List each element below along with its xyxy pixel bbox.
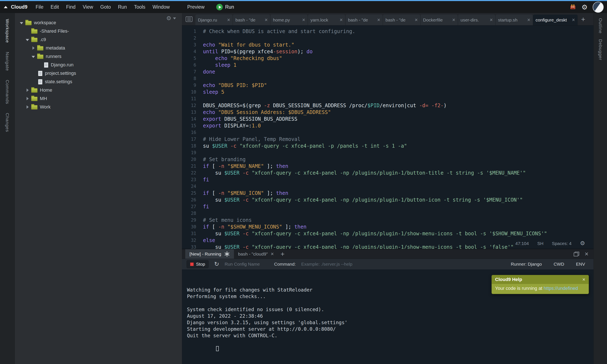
tree-item-shared-files[interactable]: -Shared Files-: [15, 27, 182, 35]
code-line[interactable]: 10sleep 5: [182, 89, 594, 95]
notification-close-icon[interactable]: ×: [582, 277, 585, 282]
spaces-setting[interactable]: Spaces: 4: [552, 241, 571, 246]
editor-settings-gear-icon[interactable]: ⚙: [580, 241, 585, 246]
code-editor[interactable]: 1# Check when DBUS is active and start c…: [182, 26, 594, 249]
arrow-down-icon[interactable]: [19, 19, 25, 27]
editor-tab-yarn-lock[interactable]: yarn.lock×: [308, 14, 345, 25]
code-line[interactable]: 3echo "Wait for dbus to start.": [182, 41, 594, 48]
arrow-right-icon[interactable]: [25, 103, 30, 111]
code-line[interactable]: 6 sleep 1: [182, 62, 594, 68]
rail-tab-navigate[interactable]: Navigate: [5, 52, 10, 71]
new-tab-button[interactable]: +: [581, 16, 585, 23]
rail-tab-workspace[interactable]: Workspace: [5, 19, 10, 43]
close-icon[interactable]: ×: [227, 17, 230, 23]
close-icon[interactable]: ×: [264, 17, 268, 23]
console-tab-bash-cloud9[interactable]: bash - "cloud9"×: [234, 249, 278, 259]
code-line[interactable]: 16: [182, 129, 594, 136]
editor-tab-configure-deskt[interactable]: configure_deskt×: [533, 14, 578, 25]
code-line[interactable]: 22 su $USER -c "xfconf-query -c xfce4-pa…: [182, 169, 594, 176]
code-line[interactable]: 23fi: [182, 176, 594, 183]
close-icon[interactable]: ×: [527, 17, 530, 23]
code-line[interactable]: 14export DBUS_SESSION_BUS_ADDRESS: [182, 116, 594, 122]
caret-up-icon[interactable]: [4, 6, 8, 8]
console-new-tab-button[interactable]: +: [280, 251, 285, 257]
code-line[interactable]: 18su $USER -c "xfconf-query -c xfce4-pan…: [182, 143, 594, 149]
code-line[interactable]: 7done: [182, 68, 594, 75]
close-icon[interactable]: ×: [377, 17, 380, 23]
code-line[interactable]: 28: [182, 210, 594, 217]
syntax-mode[interactable]: SH: [537, 241, 543, 246]
close-icon[interactable]: ×: [340, 17, 343, 23]
tree-item-metadata[interactable]: metadata: [15, 44, 182, 52]
run-config-name[interactable]: Run Config Name: [225, 262, 260, 267]
close-icon[interactable]: ×: [415, 17, 418, 23]
tree-settings-button[interactable]: ⚙: [166, 16, 176, 21]
code-line[interactable]: 4until PID=$(pgrep xfce4-session); do: [182, 48, 594, 55]
code-line[interactable]: 11: [182, 95, 594, 102]
arrow-down-icon[interactable]: [31, 52, 36, 61]
menu-view[interactable]: View: [79, 2, 96, 12]
notification-link[interactable]: https://undefined: [543, 286, 578, 291]
console-close-icon[interactable]: ×: [585, 251, 588, 257]
restart-icon[interactable]: ↻: [214, 261, 219, 267]
command-input[interactable]: Example: ./server.js --help: [301, 262, 352, 267]
tree-item-mh[interactable]: MH: [15, 94, 182, 103]
avatar[interactable]: [593, 2, 604, 13]
env-button[interactable]: ENV: [576, 262, 585, 267]
code-line[interactable]: 15export DISPLAY=:1.0: [182, 122, 594, 129]
close-icon[interactable]: ×: [490, 17, 493, 23]
runner-selector[interactable]: Runner: Django: [511, 262, 542, 267]
tree-item-runners[interactable]: runners: [15, 52, 182, 61]
editor-tab-bash-de[interactable]: bash - "de×: [383, 14, 421, 25]
close-icon[interactable]: ×: [572, 17, 575, 23]
code-line[interactable]: 8: [182, 75, 594, 82]
stop-button[interactable]: Stop: [186, 260, 209, 268]
code-line[interactable]: 13echo "DBUS Session Address: $DBUS_ADDR…: [182, 109, 594, 116]
run-button[interactable]: Run: [216, 4, 234, 10]
editor-tab-bash-de[interactable]: bash - "de×: [233, 14, 270, 25]
cwd-button[interactable]: CWD: [554, 262, 564, 267]
code-line[interactable]: 21if [ -n "$MENU_NAME" ]; then: [182, 163, 594, 169]
close-icon[interactable]: ×: [302, 17, 305, 23]
editor-tab-bash-de[interactable]: bash - "de×: [345, 14, 383, 25]
code-line[interactable]: 17# Hide Lower Panel, Temp Removal: [182, 136, 594, 143]
code-line[interactable]: 26 su $USER -c "xfconf-query -c xfce4-pa…: [182, 196, 594, 203]
tree-item-home[interactable]: Home: [15, 86, 182, 94]
code-line[interactable]: 19: [182, 149, 594, 156]
code-line[interactable]: 30if [ -n "$SHOW_MENU_ICONS" ]; then: [182, 223, 594, 230]
arrow-down-icon[interactable]: [25, 35, 30, 44]
code-line[interactable]: 9echo "DBUS PID: $PID": [182, 82, 594, 89]
preview-button[interactable]: Preview: [187, 4, 204, 10]
menu-file[interactable]: File: [32, 2, 47, 12]
tree-item-work[interactable]: Work: [15, 103, 182, 111]
menu-edit[interactable]: Edit: [47, 2, 63, 12]
mascot-icon[interactable]: [569, 4, 576, 11]
code-line[interactable]: 29# Set menu icons: [182, 217, 594, 223]
menu-run[interactable]: Run: [114, 2, 131, 12]
close-icon[interactable]: ×: [271, 251, 274, 257]
code-line[interactable]: 25if [ -n "$MENU_ICON" ]; then: [182, 190, 594, 196]
tree-item-state-settings[interactable]: state.settings: [15, 78, 182, 86]
code-line[interactable]: 5 echo "Rechecking dbus": [182, 55, 594, 62]
code-line[interactable]: 24: [182, 183, 594, 190]
settings-gear-icon[interactable]: ⚙: [581, 4, 588, 11]
rail-tab-debugger[interactable]: Debugger: [598, 39, 603, 60]
code-line[interactable]: 2: [182, 35, 594, 41]
tree-item-c9[interactable]: .c9: [15, 35, 182, 44]
code-line[interactable]: 27fi: [182, 203, 594, 210]
code-line[interactable]: 31 su $USER -c "xfconf-query -c xfce4-pa…: [182, 230, 594, 237]
menu-tools[interactable]: Tools: [131, 2, 149, 12]
tree-item-django-run[interactable]: Django.run: [15, 61, 182, 69]
menu-window[interactable]: Window: [149, 2, 173, 12]
editor-tab-dockerfile[interactable]: Dockerfile×: [421, 14, 458, 25]
tree-item-project-settings[interactable]: project.settings: [15, 69, 182, 78]
menu-find[interactable]: Find: [63, 2, 79, 12]
console-tab-new-running[interactable]: [New] - Running: [185, 249, 234, 259]
code-line[interactable]: 1# Check when DBUS is active and start c…: [182, 28, 594, 35]
editor-tab-django-ru[interactable]: Django.ru×: [195, 14, 233, 25]
code-line[interactable]: 12DBUS_ADDRESS=$(grep -z DBUS_SESSION_BU…: [182, 102, 594, 109]
code-line[interactable]: 20# Set branding: [182, 156, 594, 163]
rail-tab-changes[interactable]: Changes: [5, 113, 10, 132]
rail-tab-commands[interactable]: Commands: [5, 80, 10, 104]
tree-item-workspace[interactable]: workspace: [15, 19, 182, 27]
